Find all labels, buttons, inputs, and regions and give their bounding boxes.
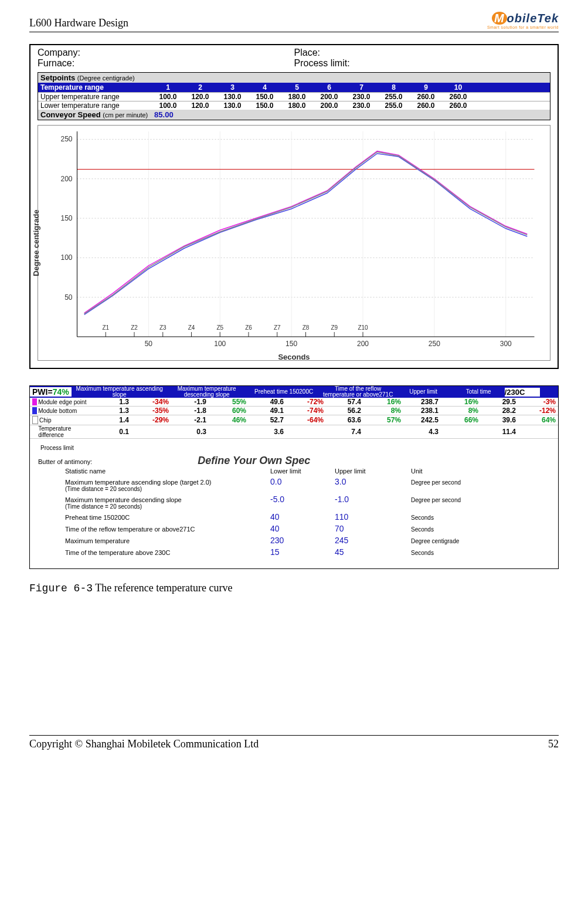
spec-col-ul: Upper limit xyxy=(335,468,411,475)
setpoints-unit: (Degree centigrade) xyxy=(77,75,135,82)
svg-text:Z6: Z6 xyxy=(245,324,252,331)
x-axis-label: Seconds xyxy=(278,353,310,361)
figure-text: The reference temperature curve xyxy=(95,582,232,594)
stat-row: Module bottom1.3-35%-1.860%49.1-74%56.28… xyxy=(30,407,558,415)
chart-svg: 5010015020025050100150200250300Z1Z2Z3Z4Z… xyxy=(38,126,550,360)
stat-head: Preheat time 150200C xyxy=(246,389,322,395)
spec-row: Time of the reflow temperature or above2… xyxy=(65,524,558,533)
stat-row: Chip1.4-29%-2.146%52.7-64%63.657%242.566… xyxy=(30,415,558,425)
spec-col-un: Unit xyxy=(411,468,505,475)
svg-text:100: 100 xyxy=(214,340,226,348)
svg-text:Z8: Z8 xyxy=(303,324,310,331)
svg-text:250: 250 xyxy=(60,135,72,143)
main-diagram: Company: Place: Furnace: Process limit: … xyxy=(29,44,559,369)
svg-text:Z1: Z1 xyxy=(102,324,109,331)
legend-swatch xyxy=(32,398,37,405)
svg-text:Z9: Z9 xyxy=(331,324,338,331)
pwi-badge: PWI=74% xyxy=(30,387,72,397)
doc-title: L600 Hardware Design xyxy=(29,17,128,29)
setpoints-table: Setpoints (Degree centigrade) Temperatur… xyxy=(38,72,550,120)
stats-header: PWI=74% Maximum temperature ascending sl… xyxy=(30,386,558,398)
svg-text:50: 50 xyxy=(64,293,73,302)
legend-swatch xyxy=(32,407,37,414)
spec-row: Time of the temperature above 230C 1545S… xyxy=(65,547,558,557)
svg-text:50: 50 xyxy=(145,340,153,348)
logo-tagline: Smart solution for a smarter world xyxy=(487,25,559,29)
svg-text:150: 150 xyxy=(285,340,297,348)
legend-swatch xyxy=(32,428,37,435)
legend-swatch xyxy=(32,416,38,424)
stat-name: Module edge point xyxy=(38,399,94,405)
zone-col: 5 xyxy=(281,83,313,92)
reflow-chart: Degree centigrade 5010015020025050100150… xyxy=(38,125,550,361)
upper-vals: 100.0120.0130.0150.0180.0200.0230.0255.0… xyxy=(152,93,474,101)
y-axis-label: Degree centigrade xyxy=(32,209,40,276)
svg-text:200: 200 xyxy=(357,340,369,348)
butter-label: Butter of antimony: xyxy=(38,458,92,465)
svg-text:Z2: Z2 xyxy=(131,324,138,331)
stat-head: Time of the reflow temperature or above2… xyxy=(322,386,395,398)
stat-head: Total time xyxy=(453,389,505,395)
spec-header: Define Your Own Spec xyxy=(198,455,310,467)
stat-name: Module bottom xyxy=(38,408,94,414)
stat-head: Maximum temperature descending slope xyxy=(168,386,246,398)
lower-vals: 100.0120.0130.0150.0180.0200.0230.0255.0… xyxy=(152,101,474,110)
svg-text:Z3: Z3 xyxy=(159,324,166,331)
zone-col: 7 xyxy=(345,83,378,92)
spec-col-ll: Lower limit xyxy=(270,468,335,475)
stat-name: Temperature difference xyxy=(38,425,94,438)
zone-col: 8 xyxy=(378,83,410,92)
zone-col: 3 xyxy=(216,83,249,92)
process-limit-text: Process limit xyxy=(40,445,558,451)
lower-label: Lower temperature range xyxy=(40,101,152,110)
range-label: Temperature range xyxy=(40,83,152,92)
upper-label: Upper temperature range xyxy=(40,93,152,101)
svg-text:150: 150 xyxy=(60,214,72,222)
svg-text:Z7: Z7 xyxy=(274,324,281,331)
svg-text:300: 300 xyxy=(500,340,512,348)
svg-text:Z10: Z10 xyxy=(358,324,368,331)
zone-col: 9 xyxy=(410,83,442,92)
spec-col-name: Statistic name xyxy=(65,468,270,475)
stat-end: /230C xyxy=(505,388,540,397)
spec-row: Preheat time 150200C 40110Seconds xyxy=(65,512,558,522)
spec-row: Maximum temperature 230245Degree centigr… xyxy=(65,536,558,545)
stat-row: Module edge point1.3-34%-1.955%49.6-72%5… xyxy=(30,398,558,407)
svg-text:250: 250 xyxy=(429,340,440,348)
stats-box: PWI=74% Maximum temperature ascending sl… xyxy=(29,385,559,569)
stat-head: Maximum temperature ascending slope xyxy=(72,386,168,398)
zone-col: 6 xyxy=(313,83,345,92)
figure-caption: Figure 6-3 The reference temperature cur… xyxy=(29,582,559,594)
svg-text:200: 200 xyxy=(60,175,72,183)
page-footer: Copyright © Shanghai Mobiletek Communica… xyxy=(29,735,559,750)
process-limit-label: Process limit: xyxy=(294,58,551,69)
place-label: Place: xyxy=(294,48,551,58)
svg-text:Z4: Z4 xyxy=(188,324,195,331)
zone-col: 10 xyxy=(442,83,474,92)
page-header: L600 Hardware Design MobileTek Smart sol… xyxy=(29,12,559,32)
svg-text:Z5: Z5 xyxy=(216,324,223,331)
setpoints-title: Setpoints xyxy=(40,73,75,82)
spec-table: Statistic name Lower limit Upper limit U… xyxy=(65,468,558,557)
spec-row: Maximum temperature ascending slope (tar… xyxy=(65,477,558,492)
figure-number: Figure 6-3 xyxy=(29,583,93,594)
stat-name: Chip xyxy=(39,417,94,424)
brand-logo: MobileTek Smart solution for a smarter w… xyxy=(487,12,559,29)
spec-row: Maximum temperature descending slope(Tim… xyxy=(65,495,558,510)
furnace-label: Furnace: xyxy=(38,58,294,69)
zone-col: 2 xyxy=(184,83,216,92)
stat-head: Upper limit xyxy=(395,389,453,395)
zone-col: 4 xyxy=(249,83,281,92)
svg-text:100: 100 xyxy=(60,253,72,262)
logo-text: MobileTek xyxy=(492,12,559,25)
page-number: 52 xyxy=(548,738,559,750)
stat-row: Temperature difference0.10.33.67.44.311.… xyxy=(30,425,558,439)
conveyor-value: 85.00 xyxy=(154,110,174,119)
zone-col: 1 xyxy=(152,83,184,92)
company-label: Company: xyxy=(38,48,294,58)
copyright: Copyright © Shanghai Mobiletek Communica… xyxy=(29,738,259,750)
conveyor-unit: (cm per minute) xyxy=(103,111,148,118)
conveyor-label: Conveyor Speed xyxy=(40,110,101,119)
